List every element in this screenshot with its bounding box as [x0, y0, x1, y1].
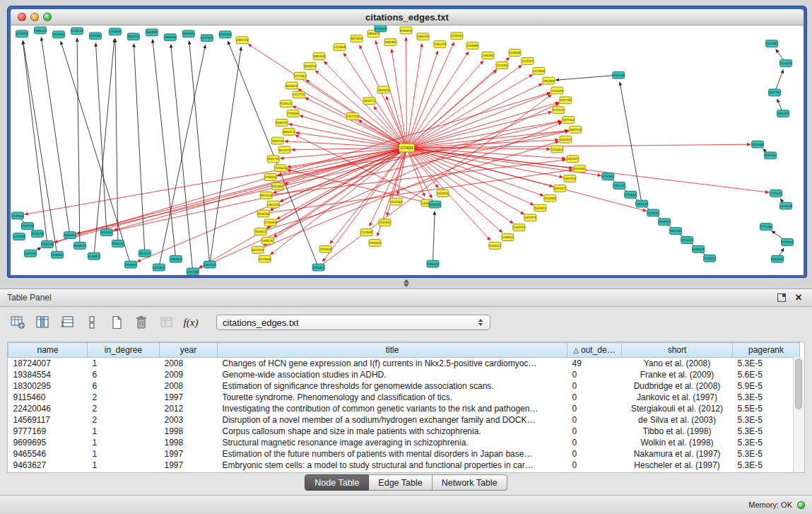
table-row[interactable]: 1456911722003Disruption of a novel membe…: [8, 414, 800, 426]
graph-node[interactable]: 1881558: [313, 53, 325, 60]
graph-node[interactable]: 1520542: [100, 229, 112, 236]
graph-edge[interactable]: [261, 141, 559, 232]
graph-node[interactable]: 7524021: [274, 165, 286, 172]
graph-node[interactable]: 1886107: [34, 27, 46, 34]
graph-node[interactable]: 3590525: [31, 230, 43, 238]
graph-edge[interactable]: [407, 130, 569, 148]
graph-node[interactable]: 1405419: [777, 110, 789, 117]
graph-node[interactable]: 3220171: [363, 98, 375, 105]
graph-node[interactable]: 1062441: [765, 152, 777, 159]
graph-node[interactable]: 1529361: [52, 31, 64, 38]
graph-node[interactable]: 9245014: [772, 255, 784, 262]
graph-node[interactable]: 2751664: [625, 191, 637, 198]
graph-node[interactable]: 8417555: [252, 246, 264, 253]
column-header-in_degree[interactable]: in_degree: [88, 343, 160, 358]
graph-edge[interactable]: [266, 160, 566, 195]
graph-edge[interactable]: [407, 57, 510, 148]
graph-node[interactable]: 2080655: [170, 255, 182, 262]
column-header-title[interactable]: title: [218, 343, 567, 358]
graph-node[interactable]: 1832741: [271, 137, 283, 144]
graph-node[interactable]: 1957731: [560, 97, 572, 104]
graph-edge[interactable]: [407, 112, 552, 148]
graph-node[interactable]: 1897518: [570, 126, 582, 133]
graph-node[interactable]: 1093283: [13, 233, 25, 240]
graph-node[interactable]: 1754036: [109, 28, 121, 35]
column-header-year[interactable]: year: [160, 343, 218, 358]
graph-node[interactable]: 5905134: [112, 240, 124, 247]
graph-node[interactable]: 1985237: [261, 238, 273, 245]
graph-edge[interactable]: [271, 131, 569, 177]
graph-node[interactable]: 1577942: [294, 72, 306, 79]
window-titlebar[interactable]: citations_edges.txt: [11, 9, 804, 25]
table-scrollbar[interactable]: [793, 357, 804, 472]
graph-edge[interactable]: [134, 44, 144, 254]
graph-node[interactable]: 9254184: [257, 210, 269, 217]
graph-node[interactable]: 2620659: [16, 30, 28, 37]
graph-node[interactable]: 9699695: [182, 30, 194, 37]
graph-node[interactable]: 1954962: [659, 218, 671, 226]
graph-node[interactable]: 1248151: [502, 234, 514, 241]
graph-node[interactable]: 1070791: [524, 214, 536, 221]
graph-node[interactable]: 1210554: [780, 202, 792, 209]
table-row[interactable]: 946554611997Estimation of the future num…: [8, 448, 800, 460]
graph-node[interactable]: 8604123: [127, 33, 139, 40]
graph-node[interactable]: 1367243: [267, 201, 279, 208]
graph-node[interactable]: 1696191: [417, 33, 429, 40]
graph-node[interactable]: 2061204: [204, 261, 216, 268]
graph-node[interactable]: 8123104: [219, 31, 231, 38]
graph-node[interactable]: 9154491: [574, 165, 586, 173]
graph-node[interactable]: 9106521: [280, 100, 292, 107]
panel-splitter[interactable]: [0, 278, 812, 288]
graph-node[interactable]: 9463627: [146, 29, 158, 36]
graph-edge[interactable]: [319, 95, 552, 267]
graph-node[interactable]: 1095754: [564, 175, 576, 182]
graph-node[interactable]: 1094213: [681, 237, 693, 244]
graph-edge[interactable]: [407, 61, 483, 148]
graph-node[interactable]: 1356920: [124, 261, 136, 268]
graph-node[interactable]: 1803102: [636, 200, 648, 207]
graph-edge[interactable]: [210, 47, 242, 265]
graph-node[interactable]: 8123041: [375, 25, 387, 32]
graph-node[interactable]: 1154808: [466, 42, 478, 49]
graph-node[interactable]: 7254122: [704, 255, 716, 262]
graph-node[interactable]: 1221397: [522, 57, 534, 64]
graph-edge[interactable]: [406, 37, 407, 148]
graph-node[interactable]: 1981391: [482, 52, 494, 59]
graph-edge[interactable]: [287, 170, 435, 204]
table-row[interactable]: 969969511998Structural magnetic resonanc…: [8, 437, 800, 448]
graph-node[interactable]: 8871539: [260, 192, 272, 199]
graph-node[interactable]: 7913192: [647, 209, 659, 216]
table-mode-button[interactable]: [8, 314, 27, 331]
table-row[interactable]: 2242004622012Investigating the contribut…: [8, 403, 800, 414]
graph-node[interactable]: 1961373: [434, 41, 446, 48]
graph-node[interactable]: 3742361: [88, 252, 100, 259]
graph-node[interactable]: 1914545: [429, 201, 441, 208]
graph-edge[interactable]: [41, 37, 70, 235]
delete-table-button[interactable]: [132, 314, 151, 331]
minimize-button[interactable]: [30, 13, 39, 21]
graph-node[interactable]: 8254132: [139, 250, 151, 257]
graph-node[interactable]: 7450383: [543, 77, 555, 84]
graph-node[interactable]: 1011973: [513, 224, 525, 231]
show-columns-button[interactable]: [33, 314, 52, 331]
graph-node[interactable]: 1954961: [544, 194, 556, 201]
graph-edge[interactable]: [293, 106, 406, 148]
close-button[interactable]: [18, 13, 26, 21]
graph-node[interactable]: 8302271: [283, 128, 295, 135]
graph-node[interactable]: 9145219: [71, 28, 83, 35]
graph-node[interactable]: 2860591: [64, 232, 76, 239]
graph-node[interactable]: 7534414: [369, 240, 381, 247]
panel-splitter-handle[interactable]: [397, 279, 416, 288]
table-row[interactable]: 1938455462009Genome-wide association stu…: [8, 369, 800, 380]
graph-edge[interactable]: [407, 51, 438, 148]
graph-node[interactable]: 6775102: [782, 239, 794, 246]
column-header-short[interactable]: short: [622, 343, 733, 358]
row-selection-button[interactable]: [83, 314, 101, 331]
graph-node[interactable]: 1661611: [377, 86, 389, 93]
graph-node[interactable]: 9663381: [384, 39, 396, 46]
graph-node[interactable]: 1007427: [560, 136, 572, 143]
graph-node[interactable]: 1770411: [770, 189, 782, 197]
graph-node[interactable]: 8002674: [286, 82, 298, 89]
graph-node[interactable]: 1216412: [551, 146, 563, 153]
graph-node[interactable]: 9245012: [489, 243, 501, 250]
